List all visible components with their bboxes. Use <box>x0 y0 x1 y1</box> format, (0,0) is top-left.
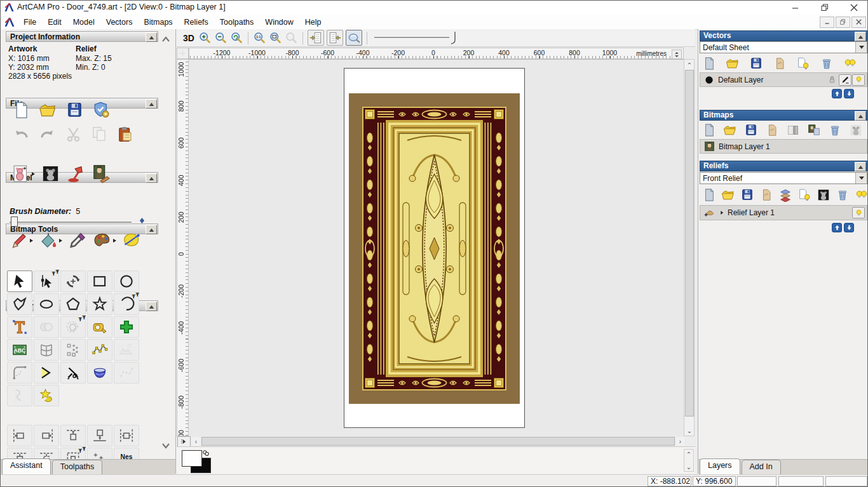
zoom-previous-button[interactable] <box>230 31 243 44</box>
create-star-iconwrap[interactable] <box>92 296 108 312</box>
menu-window[interactable]: Window <box>259 16 299 29</box>
join-vectors-button[interactable] <box>34 362 59 384</box>
wrap-vectors-button[interactable] <box>34 385 59 406</box>
move-layer-down-button[interactable] <box>844 223 854 232</box>
tab-toolpaths[interactable]: Toolpaths <box>52 460 103 474</box>
greyscale-view-button[interactable] <box>786 123 800 137</box>
layer-visible-button[interactable] <box>852 74 865 86</box>
save-file-button[interactable] <box>744 123 758 137</box>
toggle-page-button[interactable] <box>796 57 810 70</box>
open-folder-button[interactable] <box>723 123 737 137</box>
align-centre-iconwrap[interactable] <box>118 427 135 444</box>
create-polyline-iconwrap[interactable] <box>11 296 28 312</box>
select-vectors-button[interactable] <box>7 270 32 292</box>
align-bottom-button[interactable] <box>87 425 112 446</box>
relief-visible-button[interactable] <box>852 207 865 218</box>
create-rectangle-button[interactable] <box>87 270 112 292</box>
restore-button[interactable] <box>810 1 839 15</box>
load-bitmap-button[interactable] <box>92 164 111 183</box>
pan-corner-button[interactable] <box>177 436 191 447</box>
collapse-button[interactable] <box>855 32 866 41</box>
menu-model[interactable]: Model <box>67 16 100 29</box>
texture-text-button[interactable]: ABC <box>7 339 32 361</box>
nest-vectors-iconwrap[interactable]: Nes <box>118 450 135 459</box>
transform-vectors-iconwrap[interactable] <box>65 273 81 290</box>
flood-fill-button[interactable] <box>39 231 58 250</box>
new-sheet-button[interactable] <box>702 188 716 202</box>
layer-colour-swatch[interactable] <box>704 75 714 85</box>
create-fillet-button[interactable] <box>7 362 32 384</box>
paste-special-iconwrap[interactable] <box>118 319 135 335</box>
create-text-iconwrap[interactable] <box>11 319 28 335</box>
nest-vectors-button[interactable]: Nes <box>114 448 139 459</box>
palette-button[interactable] <box>93 231 112 250</box>
fit-curve-button[interactable] <box>114 339 139 361</box>
save-file-button[interactable] <box>749 57 763 70</box>
create-text-button[interactable] <box>7 316 32 338</box>
paste-button[interactable] <box>116 125 135 143</box>
zoom-in-button[interactable] <box>198 31 212 44</box>
align-left-iconwrap[interactable] <box>11 427 28 444</box>
menu-edit[interactable]: Edit <box>42 16 67 29</box>
project-information-header[interactable]: Project Information <box>6 31 158 42</box>
collapse-button[interactable] <box>146 32 157 42</box>
collapse-button[interactable] <box>146 225 157 234</box>
fit-arcs-button[interactable] <box>87 339 112 361</box>
move-layer-up-button[interactable] <box>832 223 842 232</box>
create-fillet-iconwrap[interactable] <box>11 364 28 381</box>
scatter-copies-button[interactable] <box>87 448 112 459</box>
centre-page-iconwrap[interactable]: Ŧ <box>65 450 81 459</box>
relief-dropdown[interactable]: Front Relief <box>700 172 867 184</box>
bitmaps-panel-header[interactable]: Bitmaps <box>700 110 867 121</box>
paste-special-button[interactable] <box>114 316 139 338</box>
trim-vectors-iconwrap[interactable] <box>65 364 81 381</box>
link-colours-icon[interactable] <box>202 448 210 456</box>
align-bottom-iconwrap[interactable] <box>92 427 108 444</box>
envelope-distort-iconwrap[interactable] <box>38 342 55 358</box>
weld-vectors-button[interactable] <box>34 316 59 338</box>
all-visible-button[interactable] <box>843 57 857 70</box>
toggle-page-button[interactable] <box>797 188 811 202</box>
layer-name[interactable]: Default Layer <box>718 76 825 84</box>
collapse-button[interactable] <box>855 111 866 121</box>
save-file-button[interactable] <box>65 101 84 119</box>
align-centre-button[interactable] <box>114 425 139 446</box>
brush-slider-thumb[interactable] <box>11 217 18 227</box>
collapse-button[interactable] <box>146 173 157 183</box>
tab-assistant[interactable]: Assistant <box>2 458 51 474</box>
create-arc-iconwrap[interactable]: Ŧ <box>118 296 135 312</box>
delete-layer-button[interactable] <box>836 188 850 202</box>
snap-right-button[interactable] <box>327 30 343 46</box>
bitmap-layer-row[interactable]: Bitmap Layer 1 <box>700 139 867 154</box>
open-folder-button[interactable] <box>721 188 735 202</box>
slice-tool-button[interactable] <box>7 385 32 406</box>
vector-doctor-iconwrap[interactable] <box>92 364 108 381</box>
flyout-arrow-icon[interactable] <box>30 239 33 243</box>
create-ellipse-iconwrap[interactable] <box>38 296 55 312</box>
centre-h-iconwrap[interactable] <box>11 450 28 459</box>
create-star-button[interactable] <box>87 293 112 315</box>
copy-button[interactable] <box>90 125 109 143</box>
create-rectangle-iconwrap[interactable] <box>92 273 108 290</box>
tab-add-in[interactable]: Add In <box>742 460 781 474</box>
palette-scrollbar[interactable]: ⌃ ⌄ <box>684 449 694 472</box>
zoom-objects-button[interactable] <box>285 31 298 44</box>
texture-text-iconwrap[interactable]: ABC <box>11 342 28 358</box>
snap-left-button[interactable] <box>308 30 324 46</box>
align-top-button[interactable] <box>60 425 86 446</box>
greyscale-model-button[interactable] <box>817 188 831 202</box>
fit-arcs-iconwrap[interactable] <box>92 342 108 358</box>
centre-h-button[interactable] <box>7 448 32 459</box>
ruler-corner[interactable] <box>177 48 189 59</box>
flyout-arrow-icon[interactable] <box>32 172 35 176</box>
relief-layer-row[interactable]: Relief Layer 1 <box>700 205 867 220</box>
mdi-minimize-button[interactable] <box>820 17 834 28</box>
lighting-button[interactable] <box>66 164 86 183</box>
create-circle-button[interactable] <box>114 270 139 292</box>
vectors-panel-header[interactable]: Vectors <box>700 30 867 41</box>
view-3d-button[interactable]: 3D <box>180 33 197 43</box>
scatter-copies-iconwrap[interactable] <box>92 450 108 459</box>
vector-doctor-button[interactable] <box>87 362 112 384</box>
layer-name[interactable]: Relief Layer 1 <box>728 208 852 217</box>
greyscale-model-button[interactable] <box>41 164 60 183</box>
